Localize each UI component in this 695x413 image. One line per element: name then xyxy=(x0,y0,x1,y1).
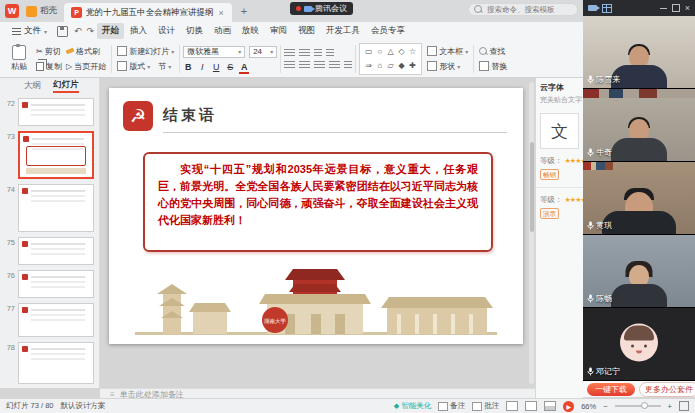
italic-button[interactable]: I xyxy=(197,62,207,72)
slide-thumbnail[interactable] xyxy=(18,184,94,232)
increase-indent-icon[interactable] xyxy=(326,49,334,57)
notes-toggle-button[interactable]: 备注 xyxy=(438,401,465,411)
bullet-list-icon[interactable] xyxy=(284,49,295,57)
zoom-slider-thumb[interactable] xyxy=(641,402,648,409)
slides-tab[interactable]: 幻灯片 xyxy=(53,79,79,93)
gallery-layout-icon[interactable] xyxy=(602,4,612,13)
tab-document[interactable]: P 党的十九届五中全会精神宣讲提纲 × xyxy=(64,3,232,22)
outline-tab[interactable]: 大纲 xyxy=(24,80,41,92)
restore-window-icon[interactable] xyxy=(672,4,680,12)
tab-home[interactable]: 开始 xyxy=(97,23,124,39)
participant-video-tile[interactable]: 陈畅 xyxy=(583,235,695,308)
section-button[interactable]: 节 ▾ xyxy=(156,61,173,72)
undo-icon[interactable]: ↶ xyxy=(72,26,84,36)
shape-star-icon[interactable]: ☆ xyxy=(409,47,416,56)
tab-insert[interactable]: 插入 xyxy=(125,23,152,39)
slide-thumbnail[interactable] xyxy=(18,98,94,126)
new-slide-button[interactable]: 新建幻灯片 ▾ xyxy=(115,46,176,57)
shape-house-icon[interactable]: ⌂ xyxy=(377,61,382,70)
font-color-button[interactable]: A xyxy=(239,62,249,72)
font-preview[interactable]: 文 xyxy=(540,113,579,149)
fit-slide-icon[interactable] xyxy=(679,401,689,411)
strikethrough-button[interactable]: S xyxy=(225,62,235,72)
copy-button[interactable]: 复制 xyxy=(34,61,64,72)
scrollbar-thumb[interactable] xyxy=(530,142,534,232)
redo-icon[interactable]: ↷ xyxy=(85,26,97,36)
paste-button[interactable]: 粘贴 xyxy=(4,45,34,72)
slide-thumbnail[interactable] xyxy=(18,303,94,337)
theme-name[interactable]: 默认设计方案 xyxy=(61,401,106,411)
tab-review[interactable]: 审阅 xyxy=(265,23,292,39)
vertical-scrollbar[interactable] xyxy=(529,82,534,384)
slide-thumbnail[interactable] xyxy=(18,270,94,298)
reading-view-icon[interactable] xyxy=(544,401,556,411)
close-icon[interactable]: × xyxy=(685,4,690,13)
slide-thumbnail[interactable] xyxy=(18,342,94,384)
shape-parallelogram-icon[interactable]: ▱ xyxy=(388,61,394,70)
zoom-percentage[interactable]: 66% xyxy=(581,402,596,411)
slide-sorter-view-icon[interactable] xyxy=(525,401,537,411)
tab-home-docer[interactable]: 稻壳 xyxy=(19,0,64,22)
close-document-icon[interactable]: × xyxy=(218,8,225,18)
font-name-select[interactable]: 微软雅黑 ▾ xyxy=(183,46,245,58)
command-search-box[interactable] xyxy=(468,3,578,16)
shape-triangle-icon[interactable]: △ xyxy=(388,47,394,56)
participant-video-tile[interactable]: 陈雪来 xyxy=(583,16,695,89)
participant-video-tile[interactable]: 牛奇 xyxy=(583,89,695,162)
meeting-floating-bar[interactable]: 腾讯会议 xyxy=(290,2,353,15)
wps-logo[interactable]: W xyxy=(5,4,19,18)
participant-video-tile[interactable]: 黄琪 xyxy=(583,162,695,235)
tab-design[interactable]: 设计 xyxy=(153,23,180,39)
shape-rect-icon[interactable]: ▭ xyxy=(365,47,373,56)
slide-thumbnail[interactable] xyxy=(18,237,94,265)
zoom-in-button[interactable]: + xyxy=(668,402,672,411)
slide-title[interactable]: 结束语 xyxy=(163,106,217,125)
shape-circle-icon[interactable]: ○ xyxy=(377,47,382,56)
save-icon[interactable] xyxy=(57,26,68,37)
textbox-button[interactable]: 文本框 ▾ xyxy=(425,46,470,57)
tab-transition[interactable]: 切换 xyxy=(181,23,208,39)
zoom-out-button[interactable]: − xyxy=(603,402,607,411)
layout-button[interactable]: 版式 ▾ xyxy=(115,61,152,72)
download-button[interactable]: 一键下载 xyxy=(587,383,635,396)
cut-button[interactable]: ✂ 剪切 xyxy=(34,46,64,57)
format-painter-button[interactable]: 格式刷 xyxy=(64,46,108,57)
shape-diamond-icon[interactable]: ◇ xyxy=(399,47,405,56)
find-button[interactable]: 查找 xyxy=(477,46,509,57)
comments-toggle-button[interactable]: 批注 xyxy=(472,401,499,411)
tab-animation[interactable]: 动画 xyxy=(209,23,236,39)
participant-video-tile[interactable]: 邓记宁 xyxy=(583,308,695,381)
search-input[interactable] xyxy=(485,4,577,15)
more-office-suite-button[interactable]: 更多办公套件 xyxy=(639,382,695,397)
bold-button[interactable]: B xyxy=(183,62,193,72)
tab-view[interactable]: 视图 xyxy=(293,23,320,39)
justify-icon[interactable] xyxy=(329,61,340,69)
tab-member[interactable]: 会员专享 xyxy=(366,23,410,39)
quote-box[interactable]: 实现“十四五”规划和2035年远景目标，意义重大，任务艰巨，前景光明。全党全国各… xyxy=(143,152,493,252)
slide-thumbnail-selected[interactable] xyxy=(18,131,94,179)
slideshow-play-button[interactable]: ▶ xyxy=(563,401,574,412)
shapes-button[interactable]: 形状 ▾ xyxy=(425,61,470,72)
underline-button[interactable]: U xyxy=(211,62,221,72)
tab-developer[interactable]: 开发工具 xyxy=(321,23,365,39)
zoom-slider[interactable] xyxy=(615,405,661,407)
numbered-list-icon[interactable] xyxy=(299,49,310,57)
smart-beautify-button[interactable]: ◆ 智能美化 xyxy=(394,401,431,411)
shape-plus-icon[interactable]: ✚ xyxy=(409,61,416,70)
font-size-select[interactable]: 24 ▾ xyxy=(249,46,277,58)
replace-button[interactable]: 替换 xyxy=(477,61,509,72)
line-spacing-icon[interactable] xyxy=(344,61,352,69)
new-tab-button[interactable]: + xyxy=(237,5,251,17)
shape-arrow-icon[interactable]: ⇒ xyxy=(365,61,372,70)
video-icon[interactable] xyxy=(588,5,597,11)
align-center-icon[interactable] xyxy=(299,61,310,69)
current-slide[interactable]: ☭ 结束语 实现“十四五”规划和2035年远景目标，意义重大，任务艰巨，前景光明… xyxy=(109,88,523,344)
minimize-icon[interactable] xyxy=(660,8,667,9)
normal-view-icon[interactable] xyxy=(506,401,518,411)
tab-slideshow[interactable]: 放映 xyxy=(237,23,264,39)
play-from-current-button[interactable]: ▷ 当页开始 xyxy=(64,61,108,72)
align-right-icon[interactable] xyxy=(314,61,325,69)
shape-solid-diamond-icon[interactable]: ◆ xyxy=(399,61,405,70)
align-left-icon[interactable] xyxy=(284,61,295,69)
decrease-indent-icon[interactable] xyxy=(314,49,322,57)
